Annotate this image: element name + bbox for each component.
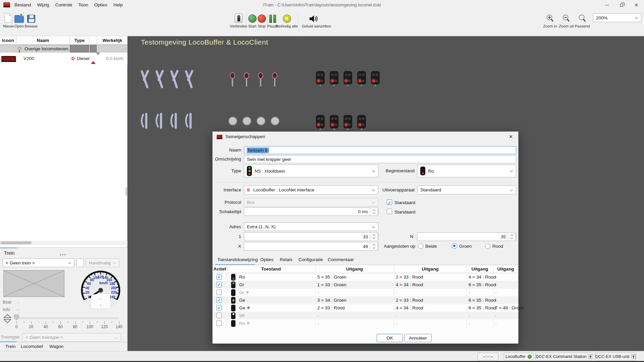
close-button[interactable]: ✕ bbox=[629, 0, 644, 10]
loconet-status[interactable]: LocoBuffer bbox=[504, 353, 533, 360]
lamp-signal-icon[interactable] bbox=[229, 72, 236, 87]
signal-head-icon[interactable] bbox=[330, 115, 338, 128]
signal-head-icon[interactable] bbox=[343, 115, 352, 128]
circle-signal-icon[interactable] bbox=[271, 117, 279, 125]
naam-input[interactable]: Testsein 6 bbox=[244, 146, 516, 154]
circle-signal-icon[interactable] bbox=[257, 117, 265, 125]
tab-opties[interactable]: Opties bbox=[260, 254, 273, 265]
tree-node-icon[interactable] bbox=[18, 47, 21, 50]
geluid-button[interactable]: Geluid aanzetten bbox=[302, 11, 325, 28]
schakeltijd-standaard-checkbox[interactable] bbox=[387, 209, 392, 214]
addr-x-input[interactable]: 49 bbox=[244, 242, 378, 251]
dialog-titlebar[interactable]: Seineigenschappen ✕ bbox=[213, 132, 518, 142]
state-row[interactable]: Gr ✳---- bbox=[213, 289, 518, 296]
trein-color-well[interactable] bbox=[76, 258, 84, 267]
semaphore-signal-icon[interactable] bbox=[140, 70, 150, 88]
menu-opties[interactable]: Opties bbox=[91, 0, 110, 10]
adres-select[interactable]: Extra (1..N, X) bbox=[244, 223, 378, 231]
begintoestand-select[interactable]: Ro bbox=[417, 165, 516, 177]
addr-1-input[interactable]: 33 bbox=[244, 232, 378, 241]
bracket-signal-icon[interactable] bbox=[154, 113, 164, 129]
radio-rood[interactable] bbox=[485, 243, 490, 249]
command-station-status[interactable]: DCC-EX Command Station bbox=[535, 353, 592, 360]
radio-beide[interactable] bbox=[418, 243, 423, 249]
minimize-button[interactable] bbox=[599, 0, 614, 10]
zoom-level-select[interactable]: 200% bbox=[593, 13, 641, 22]
lamp-signal-icon[interactable] bbox=[257, 72, 264, 87]
state-row[interactable]: Gr1 = 33 : Groen4 = 34 : Rood6 = 35 : Ro… bbox=[213, 281, 518, 289]
beeindig-alle-button[interactable]: ✕ Beëindig alle bbox=[275, 11, 299, 28]
state-row[interactable]: Wi---- bbox=[213, 312, 518, 319]
speed-slider-track[interactable] bbox=[16, 317, 119, 319]
tab-locomotief[interactable]: Locomotief bbox=[21, 344, 43, 349]
state-active-checkbox[interactable] bbox=[216, 282, 222, 287]
state-active-checkbox[interactable] bbox=[216, 305, 222, 310]
state-active-checkbox[interactable] bbox=[216, 297, 222, 303]
annuleer-button[interactable]: Annuleer bbox=[404, 334, 432, 342]
bracket-signal-icon[interactable] bbox=[140, 113, 150, 129]
state-row[interactable]: Ro ✳---- bbox=[213, 319, 518, 327]
spinner-buttons[interactable] bbox=[370, 242, 378, 251]
tab-commentaar[interactable]: Commentaar bbox=[328, 254, 354, 265]
state-active-checkbox[interactable] bbox=[216, 320, 222, 326]
semaphore-signal-icon[interactable] bbox=[154, 70, 164, 88]
speed-step-icon[interactable] bbox=[3, 314, 11, 324]
treintype-select[interactable]: < Geen treintype > bbox=[22, 333, 121, 342]
circle-signal-icon[interactable] bbox=[243, 117, 251, 125]
ok-button[interactable]: OK bbox=[377, 334, 403, 342]
state-row[interactable]: Ge ✳2 = 33 : Rood4 = 34 : Rood6 = 35 : R… bbox=[213, 304, 518, 312]
bracket-signal-icon[interactable] bbox=[169, 113, 179, 129]
circle-signal-icon[interactable] bbox=[228, 117, 237, 125]
tab-toestandstoewijzing[interactable]: Toestandstoewijzing bbox=[217, 254, 258, 265]
menu-wijzig[interactable]: Wijzig bbox=[34, 0, 52, 10]
usb-unit-status[interactable]: DCC-EX USB-unit bbox=[595, 353, 636, 360]
trein-select[interactable]: < Geen trein > bbox=[3, 258, 74, 267]
signal-head-icon[interactable] bbox=[330, 71, 338, 84]
loco-row-v200[interactable]: V200 D Diesel 0,0 km/h bbox=[0, 53, 127, 65]
signal-head-icon[interactable] bbox=[357, 71, 366, 84]
dialog-close-button[interactable]: ✕ bbox=[503, 132, 518, 142]
menu-help[interactable]: Help bbox=[110, 0, 126, 10]
state-active-checkbox[interactable] bbox=[216, 313, 222, 318]
signal-head-icon[interactable] bbox=[371, 71, 380, 84]
state-active-checkbox[interactable] bbox=[216, 290, 222, 295]
lamp-signal-icon[interactable] bbox=[243, 72, 250, 87]
menu-controle[interactable]: Controle bbox=[52, 0, 75, 10]
speed-slider-thumb[interactable] bbox=[14, 314, 19, 320]
state-active-checkbox[interactable] bbox=[216, 274, 222, 280]
tab-configuratie[interactable]: Configuratie bbox=[299, 254, 323, 265]
signal-head-icon[interactable] bbox=[343, 71, 352, 84]
uitvoerapparaat-select[interactable]: Standaard bbox=[417, 185, 516, 194]
protocol-standaard-checkbox[interactable] bbox=[387, 199, 392, 205]
semaphore-signal-icon[interactable] bbox=[169, 70, 179, 88]
restore-button[interactable] bbox=[614, 0, 629, 10]
loco-table-hscrollbar[interactable] bbox=[0, 241, 127, 245]
menu-bestand[interactable]: Bestand bbox=[11, 0, 34, 10]
schakeltijd-input[interactable]: 0 ms bbox=[244, 207, 378, 216]
menu-toon[interactable]: Toon bbox=[75, 0, 91, 10]
mode-select[interactable]: Handmatig bbox=[86, 258, 119, 267]
signal-head-icon[interactable] bbox=[316, 71, 325, 84]
signal-head-icon[interactable] bbox=[357, 115, 366, 128]
tab-trein[interactable]: Trein bbox=[5, 344, 15, 349]
interface-select[interactable]: S LocoBuffer : LocoNet interface bbox=[244, 185, 378, 194]
spinner-buttons[interactable] bbox=[508, 232, 516, 241]
passend-button[interactable]: Passend bbox=[571, 11, 594, 28]
omschrijving-input[interactable]: Sein met knipper geel bbox=[244, 155, 516, 163]
type-select[interactable]: NS : Hoofdsein bbox=[244, 165, 378, 177]
protocol-select[interactable]: Bus bbox=[244, 198, 378, 206]
tab-wagon[interactable]: Wagon bbox=[49, 344, 63, 349]
addr-n-input[interactable]: 35 bbox=[417, 232, 516, 241]
bewaar-button[interactable]: Bewaar bbox=[19, 11, 43, 28]
direction-arrows-icon[interactable] bbox=[91, 55, 100, 61]
scrollbar-thumb[interactable] bbox=[1, 241, 32, 244]
state-row[interactable]: Ro5 = 35 : Groen2 = 33 : Rood4 = 34 : Ro… bbox=[213, 273, 518, 281]
radio-groen[interactable] bbox=[452, 243, 457, 249]
bracket-signal-icon[interactable] bbox=[184, 113, 194, 129]
tab-relais[interactable]: Relais bbox=[280, 254, 292, 265]
semaphore-signal-icon[interactable] bbox=[184, 70, 194, 88]
signal-head-icon[interactable] bbox=[316, 115, 325, 128]
lamp-signal-icon[interactable] bbox=[271, 72, 278, 87]
spinner-buttons[interactable] bbox=[370, 207, 378, 216]
state-row[interactable]: Ge3 = 34 : Groen2 = 33 : Rood6 = 35 : Ro… bbox=[213, 296, 518, 304]
